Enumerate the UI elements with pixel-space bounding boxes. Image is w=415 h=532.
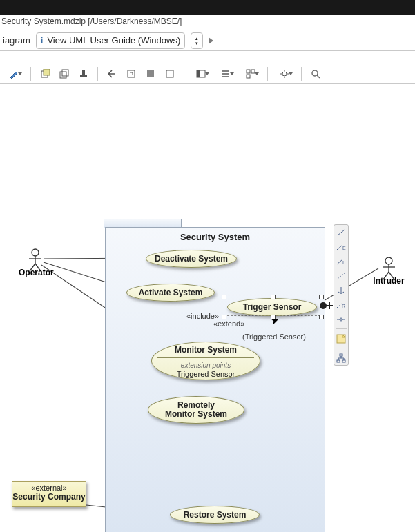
extend-label: «extend»	[213, 319, 244, 328]
extension-points-label: extension points	[152, 362, 260, 369]
toolbar-separator	[30, 67, 31, 81]
box-solid-icon[interactable]	[144, 67, 157, 81]
svg-rect-46	[340, 354, 342, 356]
svg-text:E: E	[342, 246, 346, 250]
toolbar-separator	[97, 67, 98, 81]
guide-combo[interactable]: i View UML User Guide (Windows)	[36, 32, 186, 49]
smart-palette: E I R	[334, 224, 349, 366]
extension-point-value: Triggered Sensor	[152, 370, 260, 378]
app-window: Security System.mdzip [/Users/Darkness/M…	[0, 0, 415, 532]
usecase-activate[interactable]: Activate System	[126, 284, 215, 302]
resize-handle[interactable]	[319, 315, 324, 319]
window-control-dot[interactable]	[403, 3, 412, 12]
duplicate-window-icon[interactable]	[57, 67, 71, 81]
subject-title: Security System	[106, 232, 325, 242]
palette-assoc-e-icon[interactable]: E	[335, 242, 347, 252]
palette-assoc-i-icon[interactable]: I	[335, 256, 347, 266]
usecase-trigger-sensor[interactable]: Trigger Sensor	[227, 298, 317, 316]
external-security-company[interactable]: «external» Security Company	[12, 481, 86, 507]
panel-left-icon[interactable]	[191, 67, 211, 81]
svg-line-41	[337, 304, 342, 308]
file-path: Security System.mdzip [/Users/Darkness/M…	[0, 14, 415, 29]
guide-spinner[interactable]: ▴▾	[191, 32, 203, 49]
gear-icon[interactable]	[275, 67, 294, 81]
menu-truncated-item[interactable]: iagram	[3, 35, 30, 46]
palette-realize-icon[interactable]: R	[335, 299, 347, 310]
palette-depend-icon[interactable]	[335, 270, 347, 281]
toolbar	[0, 63, 415, 84]
usecase-restore[interactable]: Restore System	[170, 506, 260, 524]
svg-point-14	[282, 72, 287, 76]
actor-intruder-label: Intruder	[372, 276, 405, 286]
palette-separator	[336, 328, 347, 329]
toolbar-separator	[267, 67, 268, 81]
svg-rect-3	[62, 70, 68, 76]
usecase-deactivate[interactable]: Deactivate System	[146, 250, 237, 268]
actor-operator-label: Operator	[19, 268, 52, 277]
add-connector-icon[interactable]	[326, 302, 333, 309]
svg-rect-5	[82, 70, 85, 75]
svg-line-34	[338, 230, 345, 235]
svg-rect-47	[337, 360, 340, 362]
svg-point-24	[32, 249, 39, 256]
stamp-icon[interactable]	[77, 67, 90, 81]
palette-separator	[336, 348, 347, 348]
svg-line-37	[337, 259, 342, 264]
svg-rect-10	[197, 70, 200, 77]
search-icon[interactable]	[309, 67, 322, 81]
svg-line-39	[338, 273, 345, 279]
svg-rect-11	[247, 70, 250, 73]
resize-handle[interactable]	[319, 295, 324, 299]
svg-text:R: R	[342, 304, 345, 308]
guide-combo-label: View UML User Guide (Windows)	[47, 35, 180, 46]
usecase-divider	[157, 357, 254, 358]
usecase-monitor-system[interactable]: Monitor System extension points Triggere…	[151, 342, 260, 380]
pencil-icon[interactable]	[4, 67, 23, 81]
svg-rect-13	[247, 75, 250, 78]
palette-note-icon[interactable]	[335, 333, 347, 344]
svg-point-15	[312, 70, 318, 76]
resize-handle[interactable]	[222, 295, 226, 299]
external-stereotype: «external»	[12, 484, 86, 492]
info-icon: i	[41, 35, 44, 46]
thin-separator	[0, 51, 415, 63]
panel-list-icon[interactable]	[216, 67, 235, 81]
svg-line-16	[317, 75, 320, 78]
palette-anchor-icon[interactable]	[335, 285, 347, 295]
menubar: iagram i View UML User Guide (Windows) ▴…	[0, 30, 415, 51]
refresh-icon[interactable]	[124, 67, 138, 81]
svg-point-29	[385, 257, 392, 264]
svg-rect-6	[128, 70, 135, 77]
toolbar-separator	[301, 67, 302, 81]
svg-text:I: I	[342, 260, 344, 265]
usecase-monitor-title: Monitor System	[152, 345, 260, 355]
svg-rect-4	[80, 75, 87, 77]
resize-handle[interactable]	[271, 295, 276, 299]
extend-condition-label: (Triggered Sensor)	[242, 333, 306, 341]
toolbar-separator	[184, 67, 184, 81]
palette-misc-icon[interactable]	[335, 314, 347, 324]
play-icon[interactable]	[209, 37, 213, 44]
box-outline-icon[interactable]	[163, 67, 177, 81]
back-arrow-icon[interactable]	[105, 67, 119, 81]
palette-line-icon[interactable]	[335, 227, 347, 237]
new-window-icon[interactable]	[38, 67, 52, 81]
svg-line-22	[319, 268, 378, 304]
svg-rect-12	[251, 70, 255, 73]
svg-rect-2	[60, 72, 66, 78]
usecase-remote-l2: Monitor System	[165, 410, 227, 419]
svg-rect-7	[147, 70, 154, 77]
palette-subtree-icon[interactable]	[335, 353, 347, 363]
layout-icon[interactable]	[241, 67, 260, 81]
resize-handle[interactable]	[222, 315, 226, 319]
svg-line-35	[337, 245, 342, 250]
svg-rect-8	[166, 70, 173, 77]
external-name: Security Company	[12, 492, 86, 502]
usecase-remote-monitor[interactable]: Remotely Monitor System	[148, 396, 244, 424]
svg-rect-1	[44, 69, 50, 75]
svg-rect-48	[342, 360, 345, 362]
